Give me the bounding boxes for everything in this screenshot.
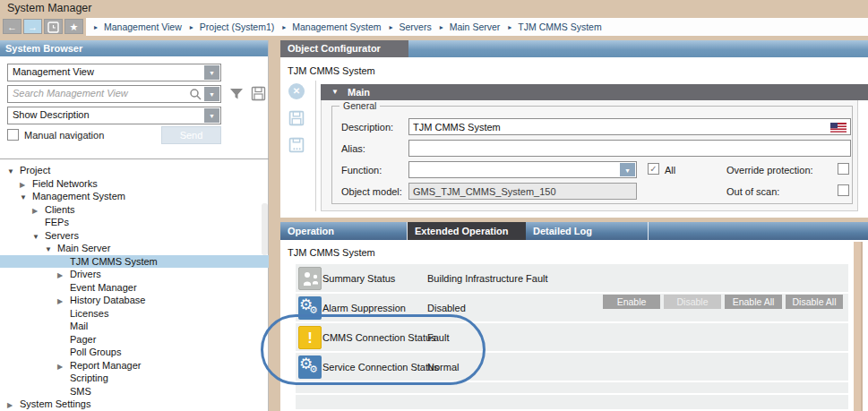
expanded-arrow-icon[interactable]: ▼ <box>20 192 32 205</box>
save-filter-icon[interactable] <box>251 86 266 105</box>
forward-arrow-icon: → <box>28 21 38 32</box>
alarm-suppression-buttons: Enable Disable Enable All Disable All <box>603 295 843 309</box>
chevron-down-icon[interactable]: ▼ <box>204 108 219 123</box>
tree-item-project[interactable]: ▼Project <box>0 164 269 177</box>
enable-button[interactable]: Enable <box>603 295 660 309</box>
general-group-label: General <box>339 100 380 111</box>
tab-operation[interactable]: Operation <box>280 222 408 240</box>
chevron-down-icon[interactable]: ▼ <box>204 65 219 80</box>
search-input[interactable]: Search Management View ▼ <box>7 85 221 103</box>
tree-item-main-server[interactable]: ▼Main Server <box>0 242 269 255</box>
expanded-arrow-icon[interactable]: ▼ <box>7 166 20 179</box>
history-icon <box>47 24 59 35</box>
expanded-arrow-icon[interactable]: ▼ <box>32 231 45 244</box>
tree-item-history-database[interactable]: ▶History Database <box>0 294 269 307</box>
tree-item-label: FEPs <box>45 217 69 227</box>
tree-item-mail[interactable]: Mail <box>0 320 269 333</box>
breadcrumb-item-tjm-cmms-system[interactable]: TJM CMMS System <box>518 21 601 32</box>
main-section-header[interactable]: ▼ Main <box>321 84 868 100</box>
breadcrumb-item-main-server[interactable]: Main Server <box>450 21 501 32</box>
alias-label: Alias: <box>341 143 365 154</box>
breadcrumb-arrow-icon: ▸ <box>94 23 98 31</box>
description-label: Description: <box>341 122 393 133</box>
discard-button[interactable]: ✕ <box>288 83 305 99</box>
tree-item-label: Mail <box>70 321 88 331</box>
breadcrumb: ▸ Management View ▸ Project (System1) ▸ … <box>86 18 868 36</box>
tree-item-tjm-cmms-system[interactable]: TJM CMMS System <box>0 255 269 269</box>
status-value: Building Infrastructure Fault <box>427 273 548 284</box>
description-selector-dropdown[interactable]: Show Description ▼ <box>7 107 221 124</box>
tree-item-drivers[interactable]: ▶Drivers <box>0 268 269 281</box>
alias-field[interactable] <box>408 140 851 157</box>
tree-item-sms[interactable]: SMS <box>0 385 269 398</box>
tree-item-poll-groups[interactable]: Poll Groups <box>0 346 269 359</box>
manual-navigation-label: Manual navigation <box>24 130 104 141</box>
disable-all-button[interactable]: Disable All <box>786 295 843 309</box>
tree-scrollbar[interactable] <box>262 203 268 255</box>
breadcrumb-item-management-system[interactable]: Management System <box>292 21 381 32</box>
tree-item-label: Licenses <box>70 308 108 319</box>
system-browser-tree: ▼Project ▶Field Networks ▼Management Sys… <box>0 164 269 411</box>
filter-icon[interactable] <box>228 86 245 106</box>
tree-item-label: Poll Groups <box>70 347 121 357</box>
tab-detailed-log[interactable]: Detailed Log <box>526 222 649 240</box>
breadcrumb-item-servers[interactable]: Servers <box>400 21 432 32</box>
status-name: Summary Status <box>322 273 395 284</box>
empty-row <box>296 395 848 409</box>
save-button[interactable] <box>288 110 305 130</box>
tree-item-pager[interactable]: Pager <box>0 333 269 347</box>
search-icon[interactable] <box>189 88 202 104</box>
window-title: System Manager <box>7 2 91 14</box>
tab-extended-operation[interactable]: Extended Operation <box>408 222 526 240</box>
override-protection-label: Override protection: <box>726 165 813 176</box>
chevron-down-icon[interactable]: ▼ <box>620 163 635 176</box>
search-placeholder: Search Management View <box>13 88 128 98</box>
language-flag-icon[interactable] <box>830 121 847 137</box>
tree-item-report-manager[interactable]: ▶Report Manager <box>0 359 269 372</box>
override-protection-checkbox[interactable] <box>838 163 849 175</box>
expanded-arrow-icon[interactable]: ▼ <box>45 244 57 257</box>
tree-item-licenses[interactable]: Licenses <box>0 307 269 321</box>
collapsed-arrow-icon[interactable]: ▶ <box>7 399 20 411</box>
out-of-scan-label: Out of scan: <box>726 186 779 197</box>
tree-item-scripting[interactable]: Scripting <box>0 372 269 385</box>
configurator-object-name: TJM CMMS System <box>288 65 375 76</box>
operation-scrollbar[interactable] <box>854 242 863 411</box>
tree-item-label: Pager <box>70 334 96 345</box>
send-button[interactable]: Send <box>161 126 221 144</box>
summary-status-icon <box>298 267 322 290</box>
tree-item-label: Event Manager <box>70 282 137 293</box>
tree-item-clients[interactable]: ▶Clients <box>0 203 269 217</box>
function-dropdown[interactable]: ▼ <box>408 161 637 178</box>
chevron-down-icon[interactable]: ▼ <box>204 87 219 101</box>
title-bar: System Manager <box>0 0 868 16</box>
breadcrumb-item-management-view[interactable]: Management View <box>104 21 182 32</box>
breadcrumb-item-project[interactable]: Project (System1) <box>200 21 274 32</box>
forward-button[interactable]: → <box>23 19 42 34</box>
back-button[interactable]: ← <box>3 19 21 34</box>
tree-item-management-system[interactable]: ▼Management System <box>0 190 269 203</box>
object-configurator-tab[interactable]: Object Configurator <box>280 40 408 57</box>
tree-item-servers[interactable]: ▼Servers <box>0 229 269 243</box>
history-button[interactable] <box>44 19 63 34</box>
view-selector-value: Management View <box>13 66 94 77</box>
tree-item-label: Clients <box>45 204 75 215</box>
tree-item-feps[interactable]: FEPs <box>0 216 269 229</box>
out-of-scan-checkbox[interactable] <box>838 184 849 196</box>
enable-all-button[interactable]: Enable All <box>725 295 782 309</box>
tree-item-field-networks[interactable]: ▶Field Networks <box>0 177 269 191</box>
favorites-button[interactable]: ★ <box>64 19 83 34</box>
tree-item-system-settings[interactable]: ▶System Settings <box>0 398 269 411</box>
save-as-button[interactable] <box>288 137 305 157</box>
tree-item-event-manager[interactable]: Event Manager <box>0 281 269 295</box>
description-field[interactable] <box>408 118 851 135</box>
panel-divider <box>0 158 269 159</box>
manual-navigation-checkbox[interactable] <box>7 129 19 141</box>
tree-item-label: Scripting <box>70 372 108 383</box>
view-selector-dropdown[interactable]: Management View ▼ <box>7 64 221 81</box>
star-icon: ★ <box>70 21 79 32</box>
summary-status-row[interactable]: Summary Status Building Infrastructure F… <box>296 264 848 294</box>
function-all-checkbox[interactable]: ✓ <box>648 163 659 175</box>
breadcrumb-arrow-icon: ▸ <box>190 23 193 31</box>
disable-button: Disable <box>664 295 721 309</box>
